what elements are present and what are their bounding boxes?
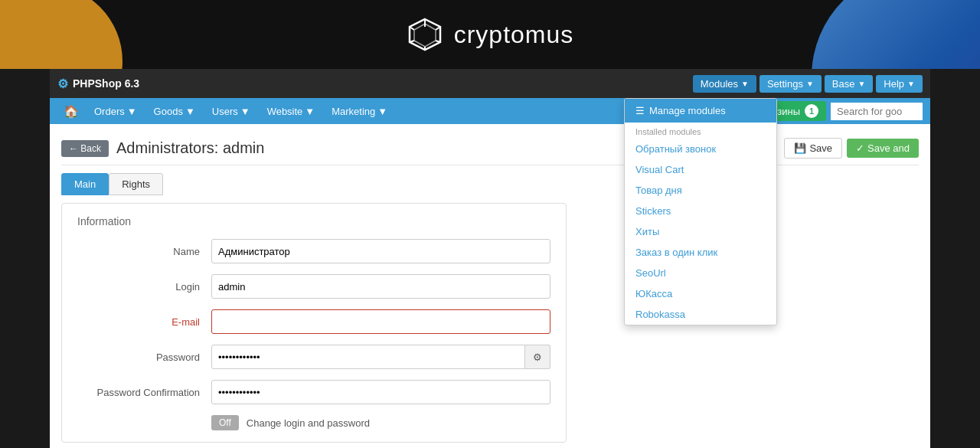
- save-button[interactable]: 💾 Save: [784, 138, 842, 159]
- brand-icon: [407, 16, 443, 53]
- top-banner: cryptomus: [0, 0, 980, 69]
- password-input-group: ⚙: [211, 345, 550, 369]
- password-confirm-field-row: Password Confirmation: [77, 380, 550, 404]
- name-label: Name: [77, 246, 211, 257]
- gear-icon: ⚙: [57, 77, 68, 91]
- password-toggle-button[interactable]: ⚙: [525, 345, 550, 369]
- login-input[interactable]: [211, 274, 550, 299]
- toolbar-right: 💾 Save ✓ Save and: [784, 138, 919, 159]
- login-field-row: Login: [77, 274, 550, 299]
- brand: cryptomus: [407, 16, 574, 53]
- nav-logo: ⚙ PHPShop 6.3: [57, 77, 139, 91]
- dropdown-item-0[interactable]: Обратный звонок: [625, 139, 776, 159]
- modules-arrow-icon: ▼: [741, 80, 749, 88]
- dropdown-item-6[interactable]: SeoUrl: [625, 263, 776, 283]
- dropdown-item-3[interactable]: Stickers: [625, 201, 776, 221]
- base-arrow-icon: ▼: [858, 80, 865, 88]
- toggle-button[interactable]: Off: [211, 415, 239, 430]
- page-title: Administrators: admin: [116, 139, 264, 157]
- marketing-arrow-icon: ▼: [377, 106, 387, 117]
- marketing-button[interactable]: Marketing ▼: [324, 103, 395, 120]
- help-arrow-icon: ▼: [907, 80, 915, 88]
- list-icon: ☰: [635, 105, 645, 116]
- dropdown-item-2[interactable]: Товар дня: [625, 180, 776, 201]
- top-nav-right: Modules ▼ Settings ▼ Base ▼ Help ▼: [693, 75, 923, 93]
- toggle-row: Off Change login and password: [77, 415, 550, 430]
- base-button[interactable]: Base ▼: [825, 75, 874, 93]
- help-button[interactable]: Help ▼: [876, 75, 923, 93]
- tab-rights[interactable]: Rights: [109, 173, 163, 195]
- toggle-label: Change login and password: [247, 417, 370, 429]
- top-navbar: ⚙ PHPShop 6.3 Modules ▼ Settings ▼ Base …: [50, 69, 930, 98]
- dropdown-item-5[interactable]: Заказ в один клик: [625, 242, 776, 263]
- nav-logo-text: PHPShop 6.3: [73, 77, 139, 90]
- modules-dropdown: ☰ Manage modules Installed modules Обрат…: [624, 98, 777, 325]
- email-field-row: E-mail: [77, 309, 550, 334]
- back-button[interactable]: ← Back: [61, 140, 109, 157]
- website-arrow-icon: ▼: [305, 106, 315, 117]
- login-label: Login: [77, 281, 211, 293]
- name-field-row: Name: [77, 239, 550, 263]
- tab-main[interactable]: Main: [61, 173, 109, 195]
- password-confirm-input[interactable]: [211, 380, 550, 404]
- email-label: E-mail: [77, 316, 211, 328]
- check-icon: ✓: [856, 142, 864, 154]
- dropdown-item-7[interactable]: ЮКасса: [625, 283, 776, 304]
- svg-marker-1: [414, 24, 436, 47]
- goods-button[interactable]: Goods ▼: [146, 103, 203, 120]
- password-confirm-label: Password Confirmation: [77, 387, 211, 398]
- cart-badge: 1: [805, 104, 818, 118]
- users-arrow-icon: ▼: [240, 106, 250, 117]
- second-nav-right: Корзины 1: [753, 101, 923, 121]
- home-button[interactable]: 🏠: [57, 101, 85, 122]
- password-label: Password: [77, 352, 211, 363]
- search-input[interactable]: [831, 103, 923, 120]
- email-input[interactable]: [211, 309, 550, 334]
- website-button[interactable]: Website ▼: [260, 103, 323, 120]
- password-input[interactable]: [211, 345, 525, 369]
- orders-arrow-icon: ▼: [127, 106, 137, 117]
- save-and-button[interactable]: ✓ Save and: [847, 139, 919, 158]
- dropdown-item-1[interactable]: Visual Cart: [625, 159, 776, 180]
- goods-arrow-icon: ▼: [185, 106, 195, 117]
- admin-panel: ⚙ PHPShop 6.3 Modules ▼ Settings ▼ Base …: [50, 69, 930, 448]
- content-area: ← Back Administrators: admin 💾 Save ✓ Sa…: [50, 124, 930, 448]
- dropdown-item-8[interactable]: Robokassa: [625, 304, 776, 325]
- form-section: Information Name Login E-mail Password: [61, 203, 567, 443]
- users-button[interactable]: Users ▼: [204, 103, 258, 120]
- password-field-row: Password ⚙: [77, 345, 550, 369]
- dropdown-category: Installed modules: [625, 123, 776, 139]
- dropdown-item-4[interactable]: Хиты: [625, 221, 776, 242]
- brand-name: cryptomus: [454, 21, 574, 49]
- section-title: Information: [77, 215, 550, 227]
- modules-button[interactable]: Modules ▼: [693, 75, 756, 93]
- settings-button[interactable]: Settings ▼: [760, 75, 822, 93]
- dropdown-header: ☰ Manage modules: [625, 99, 776, 123]
- second-navbar: 🏠 Orders ▼ Goods ▼ Users ▼ Website ▼ Mar…: [50, 98, 930, 124]
- name-input[interactable]: [211, 239, 550, 263]
- orders-button[interactable]: Orders ▼: [87, 103, 145, 120]
- breadcrumb-bar: ← Back Administrators: admin 💾 Save ✓ Sa…: [61, 132, 919, 165]
- settings-arrow-icon: ▼: [806, 80, 814, 88]
- tabs: Main Rights: [61, 173, 919, 195]
- save-icon: 💾: [794, 142, 806, 154]
